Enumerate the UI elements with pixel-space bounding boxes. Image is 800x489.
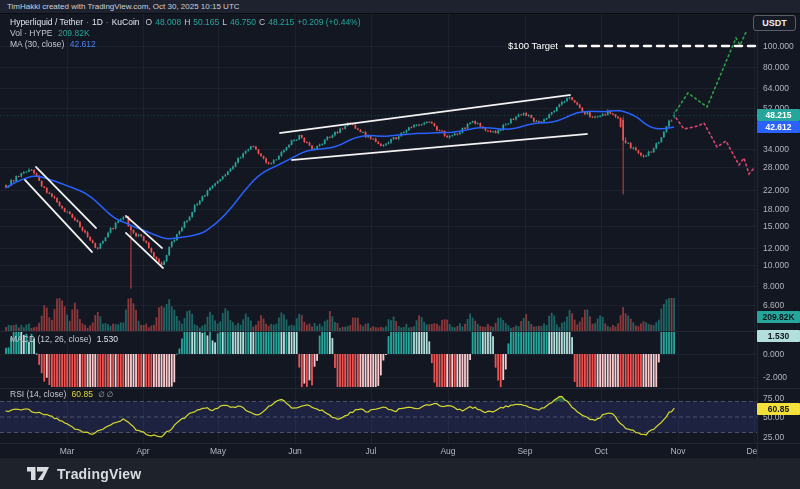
macd-label: MACD (12, 26, close) bbox=[10, 334, 91, 344]
axis-value-badge: 48.215 bbox=[757, 109, 800, 121]
interval-label[interactable]: 1D bbox=[92, 17, 103, 27]
time-tick-label: Oct bbox=[594, 446, 607, 456]
open-value: 48.008 bbox=[155, 17, 181, 27]
rsi-tick-label: 75.00 bbox=[763, 393, 784, 403]
price-target-annotation[interactable]: $100 Target bbox=[508, 40, 558, 51]
price-tick-label: 64.000 bbox=[763, 83, 789, 93]
price-tick-label: 18.000 bbox=[763, 204, 789, 214]
price-tick-label: 34.000 bbox=[763, 144, 789, 154]
price-tick-label: 80.000 bbox=[763, 62, 789, 72]
rsi-tick-label: 25.00 bbox=[763, 432, 784, 442]
time-tick-label: Apr bbox=[136, 446, 149, 456]
ma-label: MA (30, close) bbox=[10, 39, 64, 49]
low-value: 46.750 bbox=[230, 17, 256, 27]
macd-tick-label: -2.000 bbox=[763, 372, 787, 382]
time-tick-label: Aug bbox=[440, 446, 455, 456]
volume-value: 209.82K bbox=[58, 28, 90, 38]
macd-legend-row[interactable]: MACD (12, 26, close) 1.530 bbox=[10, 334, 121, 345]
high-value: 50.165 bbox=[193, 17, 219, 27]
ma-value: 42.612 bbox=[70, 39, 96, 49]
price-tick-label: 22.000 bbox=[763, 185, 789, 195]
price-tick-label: 12.000 bbox=[763, 243, 789, 253]
axis-value-badge: 209.82K bbox=[757, 311, 800, 323]
macd-tick-label: 0.000 bbox=[763, 349, 784, 359]
tradingview-snapshot: TimHakki created with TradingView.com, O… bbox=[0, 0, 800, 489]
low-label: L bbox=[222, 17, 227, 27]
price-scale[interactable]: 100.00080.00064.00052.00034.00028.00022.… bbox=[757, 14, 800, 458]
axis-value-badge: 1.530 bbox=[757, 330, 800, 342]
change-value: +0.209 (+0.44%) bbox=[297, 17, 360, 27]
footer-bar: TradingView bbox=[0, 458, 800, 489]
time-tick-label: Jul bbox=[366, 446, 377, 456]
ma-legend-row[interactable]: MA (30, close) 42.612 bbox=[10, 39, 99, 50]
macd-value: 1.530 bbox=[97, 334, 118, 344]
time-tick-label: Sep bbox=[517, 446, 532, 456]
time-tick-label: Jun bbox=[288, 446, 302, 456]
rsi-label: RSI (14, close) bbox=[10, 389, 66, 399]
axis-value-badge: 42.612 bbox=[757, 121, 800, 133]
volume-legend-row[interactable]: Vol · HYPE 209.82K bbox=[10, 28, 93, 39]
symbol-title: Hyperliquid / Tether bbox=[10, 17, 83, 27]
tradingview-brand-text[interactable]: TradingView bbox=[57, 466, 141, 482]
price-tick-label: 6.600 bbox=[763, 300, 784, 310]
rsi-empty-values: ∅ ∅ bbox=[98, 390, 113, 399]
price-tick-label: 28.000 bbox=[763, 162, 789, 172]
price-tick-label: 8.000 bbox=[763, 281, 784, 291]
time-scale[interactable]: MarAprMayJunJulAugSepOctNovDec bbox=[0, 443, 757, 458]
exchange-label: KuCoin bbox=[112, 17, 140, 27]
open-label: O bbox=[146, 17, 153, 27]
rsi-legend-row[interactable]: RSI (14, close) 60.85 ∅ ∅ bbox=[10, 389, 116, 400]
volume-label: Vol · HYPE bbox=[10, 28, 53, 38]
time-tick-label: Dec bbox=[746, 446, 757, 456]
attribution-bar: TimHakki created with TradingView.com, O… bbox=[0, 0, 800, 14]
currency-toggle-button[interactable]: USDT bbox=[753, 15, 796, 31]
close-label: C bbox=[259, 17, 265, 27]
time-tick-label: Mar bbox=[60, 446, 75, 456]
legend-separator: · bbox=[86, 17, 89, 27]
legend-separator: · bbox=[106, 17, 109, 27]
time-tick-label: Nov bbox=[670, 446, 685, 456]
price-tick-label: 10.000 bbox=[763, 260, 789, 270]
axis-value-badge: 60.85 bbox=[757, 403, 800, 415]
chart-plot-canvas[interactable] bbox=[0, 0, 800, 458]
rsi-value: 60.85 bbox=[72, 389, 93, 399]
time-tick-label: May bbox=[210, 446, 226, 456]
symbol-legend-row[interactable]: Hyperliquid / Tether·1D·KuCoinO48.008H50… bbox=[10, 17, 364, 28]
price-tick-label: 15.000 bbox=[763, 221, 789, 231]
high-label: H bbox=[184, 17, 190, 27]
price-tick-label: 100.000 bbox=[763, 41, 794, 51]
attribution-text: TimHakki created with TradingView.com, O… bbox=[7, 2, 240, 11]
close-value: 48.215 bbox=[268, 17, 294, 27]
tradingview-logo-icon[interactable] bbox=[27, 466, 49, 481]
